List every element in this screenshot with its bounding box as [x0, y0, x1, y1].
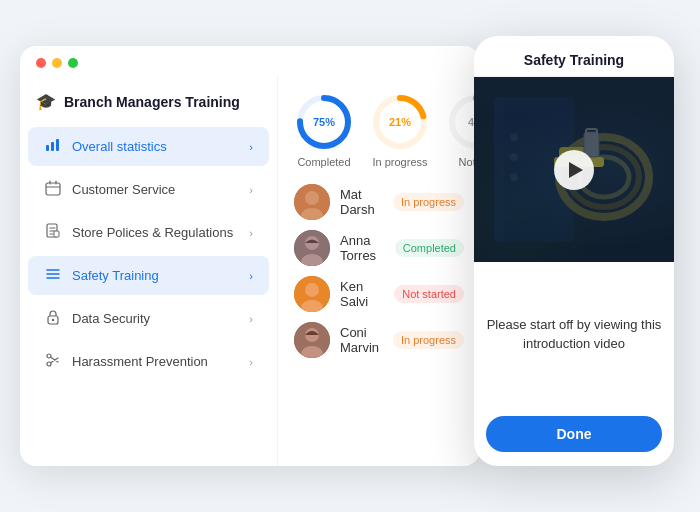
avatar [294, 230, 330, 266]
play-icon [569, 162, 583, 178]
play-button[interactable] [554, 150, 594, 190]
sidebar-item-data-security[interactable]: Data Security › [28, 299, 269, 338]
scissors-icon [44, 352, 62, 371]
stat-label-inprogress: In progress [372, 156, 427, 168]
sidebar-item-customer-service[interactable]: Customer Service › [28, 170, 269, 209]
sidebar-label-overall: Overall statistics [72, 139, 167, 154]
app-title: 🎓 Branch Managers Training [20, 86, 277, 125]
document-icon [44, 223, 62, 242]
stat-inprogress: 21% In progress [370, 92, 430, 168]
svg-rect-5 [54, 231, 59, 237]
sidebar-item-overall-statistics[interactable]: Overall statistics › [28, 127, 269, 166]
sidebar-item-safety-training[interactable]: Safety Training › [28, 256, 269, 295]
svg-rect-1 [51, 142, 54, 151]
donut-completed: 75% [294, 92, 354, 152]
table-row: Anna Torres Completed [294, 230, 464, 266]
graduation-icon: 🎓 [36, 92, 56, 111]
table-row: Ken Salvi Not started [294, 276, 464, 312]
stat-completed: 75% Completed [294, 92, 354, 168]
person-name: Ken Salvi [340, 279, 384, 309]
status-badge: Not started [394, 285, 464, 303]
maximize-dot[interactable] [68, 58, 78, 68]
table-row: Coni Marvin In progress [294, 322, 464, 358]
status-badge: Completed [395, 239, 464, 257]
people-list: Mat Darsh In progress Anna Torres [294, 184, 464, 358]
stat-label-completed: Completed [297, 156, 350, 168]
sidebar-label-policies: Store Polices & Regulations [72, 225, 233, 240]
svg-point-8 [47, 354, 51, 358]
close-dot[interactable] [36, 58, 46, 68]
status-badge: In progress [393, 331, 464, 349]
donut-inprogress: 21% [370, 92, 430, 152]
sidebar-item-store-policies[interactable]: Store Polices & Regulations › [28, 213, 269, 252]
chevron-right-icon: › [249, 313, 253, 325]
mobile-app-panel: Safety Training [474, 36, 674, 466]
svg-point-7 [52, 319, 54, 321]
person-name: Anna Torres [340, 233, 385, 263]
avatar [294, 184, 330, 220]
mobile-title: Safety Training [474, 36, 674, 77]
svg-point-9 [47, 362, 51, 366]
video-area[interactable] [474, 77, 674, 262]
chevron-right-icon: › [249, 141, 253, 153]
chevron-right-icon: › [249, 356, 253, 368]
svg-rect-3 [46, 183, 60, 195]
done-button[interactable]: Done [486, 416, 662, 452]
chevron-right-icon: › [249, 227, 253, 239]
main-content: 75% Completed 21% In progress [278, 76, 480, 466]
stat-percent-completed: 75% [313, 116, 335, 128]
chevron-right-icon: › [249, 270, 253, 282]
mobile-footer: Done [474, 406, 674, 466]
svg-point-17 [305, 191, 319, 205]
stats-row: 75% Completed 21% In progress [294, 92, 464, 168]
minimize-dot[interactable] [52, 58, 62, 68]
sidebar-label-harassment: Harassment Prevention [72, 354, 208, 369]
chevron-right-icon: › [249, 184, 253, 196]
calendar-icon [44, 180, 62, 199]
list-icon [44, 266, 62, 285]
status-badge: In progress [393, 193, 464, 211]
person-name: Mat Darsh [340, 187, 383, 217]
sidebar-item-harassment[interactable]: Harassment Prevention › [28, 342, 269, 381]
svg-rect-2 [56, 139, 59, 151]
lock-icon [44, 309, 62, 328]
sidebar-label-security: Data Security [72, 311, 150, 326]
stats-icon [44, 137, 62, 156]
app-body: 🎓 Branch Managers Training Overall stati… [20, 76, 480, 466]
avatar [294, 322, 330, 358]
intro-text: Please start off by viewing this introdu… [474, 262, 674, 406]
titlebar [20, 46, 480, 76]
table-row: Mat Darsh In progress [294, 184, 464, 220]
desktop-app-panel: 🎓 Branch Managers Training Overall stati… [20, 46, 480, 466]
avatar [294, 276, 330, 312]
svg-point-23 [305, 283, 319, 297]
sidebar-label-customer: Customer Service [72, 182, 175, 197]
sidebar-label-safety: Safety Training [72, 268, 159, 283]
svg-rect-0 [46, 145, 49, 151]
person-name: Coni Marvin [340, 325, 383, 355]
sidebar: 🎓 Branch Managers Training Overall stati… [20, 76, 278, 466]
